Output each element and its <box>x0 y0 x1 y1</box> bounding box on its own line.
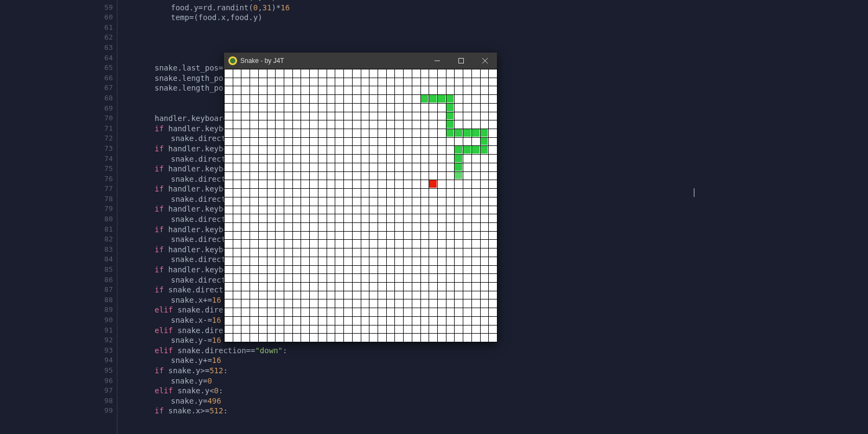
code-line[interactable]: elif snake.direction=="down": <box>122 346 290 356</box>
grid-line <box>386 69 387 342</box>
line-number: 66 <box>91 73 113 84</box>
grid-line <box>224 282 497 283</box>
snake-segment <box>455 155 462 162</box>
line-number: 83 <box>91 245 113 255</box>
food-cell <box>429 180 437 188</box>
code-line[interactable]: if snake.x>=512: <box>122 406 290 416</box>
line-number: 69 <box>91 104 113 114</box>
gutter-separator <box>117 0 118 434</box>
grid-line <box>369 69 369 342</box>
line-number: 81 <box>91 225 113 235</box>
line-number: 67 <box>91 83 113 93</box>
code-line[interactable] <box>122 23 290 33</box>
grid-line <box>224 231 497 232</box>
grid-line <box>488 69 489 342</box>
line-number: 73 <box>91 144 113 154</box>
line-number: 98 <box>91 396 113 406</box>
line-number: 95 <box>91 366 113 376</box>
grid-line <box>224 325 497 326</box>
grid-line <box>224 299 497 299</box>
minimize-button[interactable] <box>425 53 449 69</box>
line-number: 91 <box>91 326 113 336</box>
line-number: 78 <box>91 194 113 205</box>
snake-segment <box>446 95 454 103</box>
line-number: 90 <box>91 315 113 326</box>
grid-line <box>420 69 421 342</box>
window-titlebar[interactable]: Snake - by J4T <box>224 53 497 69</box>
snake-segment <box>455 172 462 180</box>
snake-segment <box>463 129 471 137</box>
code-line[interactable]: food.y=rd.randint(0,31)*16 <box>122 3 290 13</box>
game-canvas[interactable] <box>224 69 497 342</box>
line-number: 86 <box>91 275 113 285</box>
grid-line <box>224 257 497 257</box>
grid-line <box>454 69 455 342</box>
grid-line <box>224 239 497 240</box>
line-number: 99 <box>91 406 113 416</box>
grid-line <box>224 265 497 266</box>
code-line[interactable]: if snake.y>=512: <box>122 366 290 376</box>
line-number: 92 <box>91 335 113 346</box>
snake-segment <box>438 95 445 103</box>
line-number: 94 <box>91 355 113 366</box>
line-number: 71 <box>91 124 113 134</box>
snake-segment <box>446 120 454 128</box>
snake-segment <box>481 129 488 137</box>
line-number-gutter: 5758596061626364656667686970717273747576… <box>0 0 111 434</box>
line-number: 68 <box>91 93 113 104</box>
snake-segment <box>472 129 480 137</box>
line-number: 59 <box>91 3 113 13</box>
code-line[interactable]: elif snake.y<0: <box>122 386 290 396</box>
grid-line <box>224 342 497 342</box>
line-number: 72 <box>91 133 113 144</box>
line-number: 82 <box>91 234 113 245</box>
code-line[interactable]: snake.y=0 <box>122 376 290 386</box>
line-number: 87 <box>91 285 113 295</box>
grid-line <box>378 69 378 342</box>
line-number: 74 <box>91 154 113 164</box>
window-control-buttons <box>425 53 497 69</box>
grid-line <box>224 273 497 274</box>
code-line[interactable] <box>122 33 290 43</box>
python-icon <box>228 56 237 65</box>
code-line[interactable] <box>122 43 290 53</box>
line-number: 63 <box>91 43 113 53</box>
snake-segment <box>455 146 462 154</box>
snake-segment <box>472 146 480 154</box>
grid-line <box>471 69 472 342</box>
line-number: 88 <box>91 295 113 305</box>
snake-segment <box>481 138 488 145</box>
line-number: 60 <box>91 12 113 23</box>
grid-line <box>224 214 497 214</box>
grid-line <box>394 69 395 342</box>
line-number: 61 <box>91 23 113 33</box>
line-number: 89 <box>91 305 113 315</box>
code-line[interactable]: temp=(food.x,food.y) <box>122 12 290 23</box>
maximize-button[interactable] <box>449 53 473 69</box>
line-number: 79 <box>91 204 113 214</box>
snake-segment <box>429 95 437 103</box>
snake-segment <box>481 146 488 154</box>
svg-rect-1 <box>459 59 464 63</box>
code-line[interactable]: snake.y=496 <box>122 396 290 406</box>
grid-line <box>437 69 438 342</box>
snake-segment <box>446 104 454 111</box>
line-number: 70 <box>91 113 113 124</box>
snake-segment <box>455 129 462 137</box>
grid-line <box>224 308 497 308</box>
line-number: 93 <box>91 346 113 356</box>
line-number: 96 <box>91 376 113 386</box>
close-button[interactable] <box>473 53 497 69</box>
snake-segment <box>446 129 454 137</box>
grid-line <box>463 69 463 342</box>
code-line[interactable]: snake.y+=16 <box>122 355 290 366</box>
window-title: Snake - by J4T <box>240 57 425 65</box>
line-number: 75 <box>91 164 113 174</box>
line-number: 76 <box>91 174 113 184</box>
text-cursor <box>694 188 694 197</box>
grid-line <box>412 69 412 342</box>
grid-line <box>429 69 429 342</box>
grid-line <box>480 69 481 342</box>
line-number: 84 <box>91 254 113 265</box>
game-window[interactable]: Snake - by J4T <box>224 53 497 342</box>
